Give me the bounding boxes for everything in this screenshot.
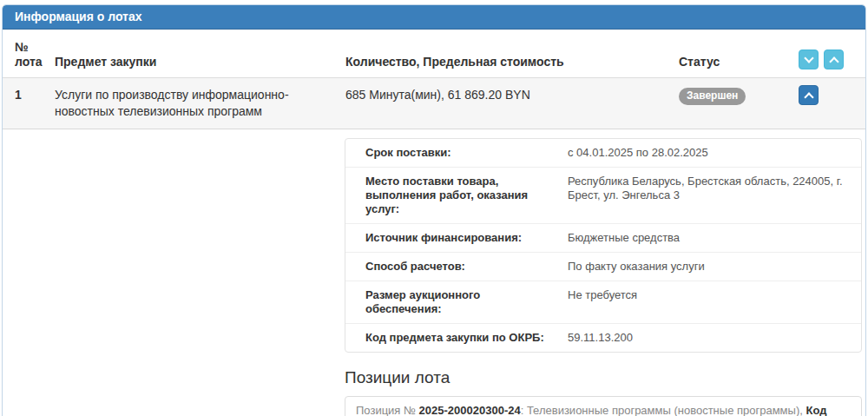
panel-title: Информация о лотах <box>3 5 865 30</box>
status-badge: Завершен <box>679 88 746 105</box>
detail-label: Источник финансирования: <box>345 224 568 252</box>
detail-row-delivery-period: Срок поставки: с 04.01.2025 по 28.02.202… <box>345 139 861 167</box>
table-row: 1 Услуги по производству информационно-н… <box>3 78 865 129</box>
lot-details-section: Срок поставки: с 04.01.2025 по 28.02.202… <box>345 129 862 416</box>
chevron-up-icon <box>804 92 813 102</box>
detail-row-financing-source: Источник финансирования: Бюджетные средс… <box>345 223 861 252</box>
col-header-actions <box>786 30 865 78</box>
lot-subject-cell: Услуги по производству информационно-нов… <box>55 78 345 129</box>
col-header-quantity: Количество, Предельная стоимость <box>345 30 679 78</box>
collapse-all-button[interactable] <box>824 50 844 69</box>
detail-label: Размер аукционного обеспечения: <box>345 281 568 323</box>
position-prefix: Позиция № <box>356 404 419 416</box>
detail-value: с 04.01.2025 по 28.02.2025 <box>568 139 861 167</box>
expand-all-button[interactable] <box>799 50 819 69</box>
lots-panel: Информация о лотах № лота Предмет закупк… <box>2 4 866 416</box>
detail-row-auction-security: Размер аукционного обеспечения: Не требу… <box>345 281 861 323</box>
detail-row-payment-method: Способ расчетов: По факту оказания услуг… <box>345 252 861 281</box>
col-header-subject: Предмет закупки <box>55 30 345 78</box>
chevron-up-icon <box>829 56 838 66</box>
lot-details-table: Срок поставки: с 04.01.2025 по 28.02.202… <box>345 138 862 353</box>
detail-label: Код предмета закупки по ОКРБ: <box>345 324 568 352</box>
lot-status-cell: Завершен <box>679 78 786 129</box>
lot-details-row: Срок поставки: с 04.01.2025 по 28.02.202… <box>3 129 865 416</box>
detail-row-okrb-code: Код предмета закупки по ОКРБ: 59.11.13.2… <box>345 323 861 352</box>
detail-label: Место поставки товара, выполнения работ,… <box>345 168 568 223</box>
detail-value: Не требуется <box>568 281 861 323</box>
table-header-row: № лота Предмет закупки Количество, Преде… <box>3 30 865 78</box>
detail-value: Республика Беларусь, Брестская область, … <box>568 168 861 223</box>
detail-row-delivery-place: Место поставки товара, выполнения работ,… <box>345 167 861 223</box>
lots-table: № лота Предмет закупки Количество, Преде… <box>3 30 865 416</box>
detail-value: 59.11.13.200 <box>568 324 861 352</box>
detail-value: Бюджетные средства <box>568 224 861 252</box>
lot-position-item: Позиция № 2025-200020300-24: Телевизионн… <box>345 396 862 416</box>
col-header-status: Статус <box>679 30 786 78</box>
lot-quantity-cell: 685 Минута(мин), 61 869.20 BYN <box>345 78 679 129</box>
lot-positions-heading: Позиции лота <box>345 368 862 387</box>
position-number: 2025-200020300-24 <box>419 404 521 416</box>
lot-number-cell: 1 <box>3 78 55 129</box>
lot-actions-cell <box>786 78 865 129</box>
detail-value: По факту оказания услуги <box>568 253 861 281</box>
collapse-lot-details-button[interactable] <box>799 85 819 105</box>
position-description: : Телевизионные программы (новостные про… <box>521 404 806 416</box>
col-header-lot-number: № лота <box>3 30 55 78</box>
detail-label: Срок поставки: <box>345 139 568 167</box>
chevron-down-icon <box>804 53 813 63</box>
detail-label: Способ расчетов: <box>345 253 568 281</box>
